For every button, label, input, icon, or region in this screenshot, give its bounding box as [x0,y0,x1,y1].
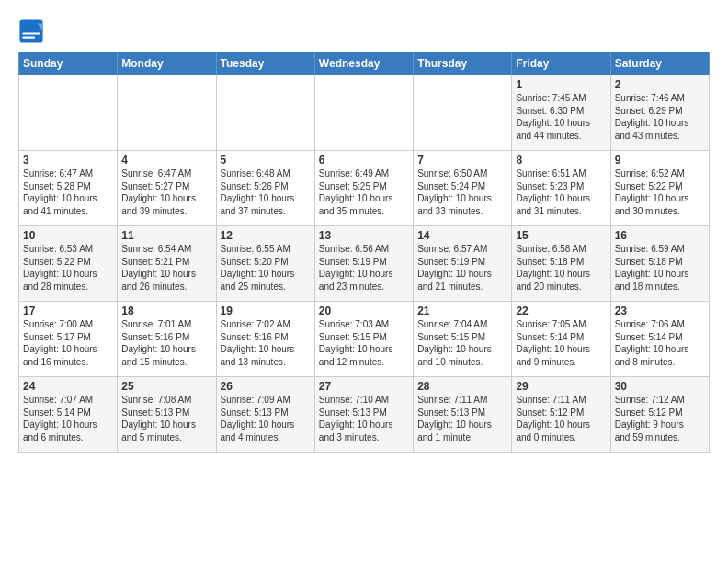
day-number: 5 [221,154,311,167]
logo-icon [18,18,44,44]
day-info: Sunrise: 7:03 AM Sunset: 5:15 PM Dayligh… [319,318,409,368]
day-number: 29 [516,380,606,393]
page: SundayMondayTuesdayWednesdayThursdayFrid… [0,0,728,462]
day-number: 11 [121,229,211,242]
day-info: Sunrise: 7:11 AM Sunset: 5:13 PM Dayligh… [417,394,507,443]
day-number: 3 [23,154,113,167]
calendar-cell: 11Sunrise: 6:54 AM Sunset: 5:21 PM Dayli… [118,226,216,302]
calendar-cell: 27Sunrise: 7:10 AM Sunset: 5:13 PM Dayli… [314,377,413,453]
day-number: 16 [615,229,705,242]
calendar-cell: 6Sunrise: 6:49 AM Sunset: 5:25 PM Daylig… [314,151,413,226]
calendar-cell: 14Sunrise: 6:57 AM Sunset: 5:19 PM Dayli… [414,226,512,302]
calendar-cell: 17Sunrise: 7:00 AM Sunset: 5:17 PM Dayli… [19,302,118,377]
day-number: 8 [516,154,606,167]
calendar-week-2: 3Sunrise: 6:47 AM Sunset: 5:28 PM Daylig… [19,151,710,226]
calendar-cell: 23Sunrise: 7:06 AM Sunset: 5:14 PM Dayli… [610,302,709,377]
weekday-thursday: Thursday [414,52,512,75]
day-info: Sunrise: 6:49 AM Sunset: 5:25 PM Dayligh… [319,167,409,217]
header [18,15,710,44]
day-info: Sunrise: 7:07 AM Sunset: 5:14 PM Dayligh… [23,394,113,443]
day-number: 15 [516,229,606,242]
day-number: 25 [121,380,211,393]
day-info: Sunrise: 7:04 AM Sunset: 5:15 PM Dayligh… [417,318,507,368]
day-info: Sunrise: 7:12 AM Sunset: 5:12 PM Dayligh… [615,394,705,443]
calendar-cell: 7Sunrise: 6:50 AM Sunset: 5:24 PM Daylig… [414,151,512,226]
logo [18,18,48,44]
day-info: Sunrise: 6:56 AM Sunset: 5:19 PM Dayligh… [319,243,409,293]
day-number: 4 [121,154,211,167]
day-info: Sunrise: 6:57 AM Sunset: 5:19 PM Dayligh… [417,243,507,293]
weekday-header-row: SundayMondayTuesdayWednesdayThursdayFrid… [19,52,710,75]
calendar-cell: 1Sunrise: 7:45 AM Sunset: 6:30 PM Daylig… [512,75,610,151]
day-info: Sunrise: 7:00 AM Sunset: 5:17 PM Dayligh… [23,318,113,368]
calendar-cell: 20Sunrise: 7:03 AM Sunset: 5:15 PM Dayli… [314,302,413,377]
day-info: Sunrise: 6:59 AM Sunset: 5:18 PM Dayligh… [615,243,705,293]
calendar-cell: 8Sunrise: 6:51 AM Sunset: 5:23 PM Daylig… [512,151,610,226]
calendar: SundayMondayTuesdayWednesdayThursdayFrid… [18,52,710,453]
svg-rect-2 [22,32,40,34]
calendar-cell: 3Sunrise: 6:47 AM Sunset: 5:28 PM Daylig… [19,151,118,226]
calendar-cell: 25Sunrise: 7:08 AM Sunset: 5:13 PM Dayli… [118,377,216,453]
day-info: Sunrise: 6:54 AM Sunset: 5:21 PM Dayligh… [121,243,211,293]
day-info: Sunrise: 7:09 AM Sunset: 5:13 PM Dayligh… [221,394,311,443]
day-number: 1 [516,78,606,91]
calendar-body: 1Sunrise: 7:45 AM Sunset: 6:30 PM Daylig… [19,75,710,453]
day-info: Sunrise: 6:47 AM Sunset: 5:28 PM Dayligh… [23,167,113,217]
calendar-cell [19,75,118,151]
day-number: 28 [417,380,507,393]
day-info: Sunrise: 7:06 AM Sunset: 5:14 PM Dayligh… [615,318,705,368]
day-number: 30 [615,380,705,393]
day-info: Sunrise: 6:58 AM Sunset: 5:18 PM Dayligh… [516,243,606,293]
day-number: 14 [417,229,507,242]
day-number: 7 [417,154,507,167]
calendar-header: SundayMondayTuesdayWednesdayThursdayFrid… [19,52,710,75]
calendar-cell [216,75,314,151]
calendar-cell: 28Sunrise: 7:11 AM Sunset: 5:13 PM Dayli… [414,377,512,453]
day-number: 13 [319,229,409,242]
calendar-cell: 19Sunrise: 7:02 AM Sunset: 5:16 PM Dayli… [216,302,314,377]
day-number: 21 [417,304,507,317]
day-number: 12 [221,229,311,242]
calendar-week-1: 1Sunrise: 7:45 AM Sunset: 6:30 PM Daylig… [19,75,710,151]
calendar-cell [414,75,512,151]
svg-rect-3 [22,37,35,39]
day-number: 26 [221,380,311,393]
calendar-cell: 2Sunrise: 7:46 AM Sunset: 6:29 PM Daylig… [610,75,709,151]
calendar-cell: 22Sunrise: 7:05 AM Sunset: 5:14 PM Dayli… [512,302,610,377]
day-number: 20 [319,304,409,317]
day-number: 10 [23,229,113,242]
calendar-cell [314,75,413,151]
calendar-week-3: 10Sunrise: 6:53 AM Sunset: 5:22 PM Dayli… [19,226,710,302]
calendar-cell: 24Sunrise: 7:07 AM Sunset: 5:14 PM Dayli… [19,377,118,453]
calendar-cell: 10Sunrise: 6:53 AM Sunset: 5:22 PM Dayli… [19,226,118,302]
day-info: Sunrise: 6:47 AM Sunset: 5:27 PM Dayligh… [121,167,211,217]
calendar-cell: 18Sunrise: 7:01 AM Sunset: 5:16 PM Dayli… [118,302,216,377]
calendar-cell: 4Sunrise: 6:47 AM Sunset: 5:27 PM Daylig… [118,151,216,226]
calendar-cell: 9Sunrise: 6:52 AM Sunset: 5:22 PM Daylig… [610,151,709,226]
day-number: 17 [23,304,113,317]
day-number: 18 [121,304,211,317]
calendar-cell: 26Sunrise: 7:09 AM Sunset: 5:13 PM Dayli… [216,377,314,453]
day-info: Sunrise: 6:50 AM Sunset: 5:24 PM Dayligh… [417,167,507,217]
calendar-cell [118,75,216,151]
day-number: 19 [221,304,311,317]
day-info: Sunrise: 6:52 AM Sunset: 5:22 PM Dayligh… [615,167,705,217]
weekday-sunday: Sunday [19,52,118,75]
weekday-monday: Monday [118,52,216,75]
day-number: 27 [319,380,409,393]
day-info: Sunrise: 7:02 AM Sunset: 5:16 PM Dayligh… [221,318,311,368]
calendar-cell: 21Sunrise: 7:04 AM Sunset: 5:15 PM Dayli… [414,302,512,377]
day-number: 2 [615,78,705,91]
day-info: Sunrise: 6:48 AM Sunset: 5:26 PM Dayligh… [221,167,311,217]
day-info: Sunrise: 7:01 AM Sunset: 5:16 PM Dayligh… [121,318,211,368]
weekday-saturday: Saturday [610,52,709,75]
calendar-cell: 29Sunrise: 7:11 AM Sunset: 5:12 PM Dayli… [512,377,610,453]
day-number: 24 [23,380,113,393]
day-number: 22 [516,304,606,317]
svg-rect-0 [19,19,42,42]
calendar-cell: 12Sunrise: 6:55 AM Sunset: 5:20 PM Dayli… [216,226,314,302]
calendar-week-5: 24Sunrise: 7:07 AM Sunset: 5:14 PM Dayli… [19,377,710,453]
weekday-friday: Friday [512,52,610,75]
calendar-cell: 16Sunrise: 6:59 AM Sunset: 5:18 PM Dayli… [610,226,709,302]
day-info: Sunrise: 7:08 AM Sunset: 5:13 PM Dayligh… [121,394,211,443]
